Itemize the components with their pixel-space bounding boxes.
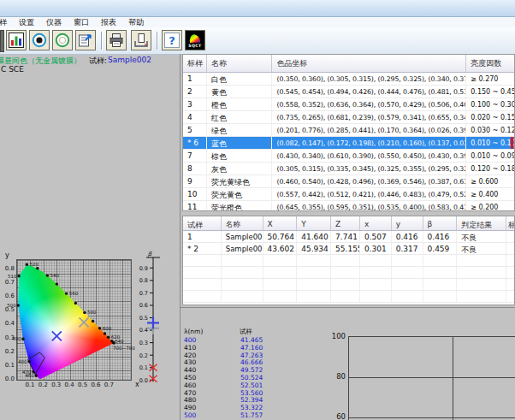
menu-item-5[interactable]: 帮助	[122, 17, 150, 28]
column-header[interactable]: 标	[506, 216, 514, 230]
standards-row[interactable]: 2黄色(0.545, 0.454), (0.494, 0.426), (0.44…	[183, 86, 514, 98]
cell-id: 9	[183, 175, 207, 187]
bar-chart-button[interactable]	[6, 30, 27, 50]
cell-empty	[392, 291, 423, 302]
cell-empty	[360, 255, 392, 266]
cell-X: 50.764	[263, 231, 298, 242]
spectral-row[interactable]: 40041.465	[184, 337, 295, 345]
help-button[interactable]: ?	[162, 30, 182, 50]
column-header[interactable]: 试样	[183, 216, 222, 230]
print-button[interactable]	[106, 30, 127, 50]
gridline-80	[349, 377, 515, 378]
column-header[interactable]: 判定结果	[457, 216, 506, 230]
cell-coords: (0.350, 0.360), (0.305, 0.315), (0.295, …	[272, 73, 466, 85]
standards-row[interactable]: 9荧光黄绿色(0.460, 0.540), (0.428, 0.496), (0…	[183, 175, 514, 188]
spectral-row[interactable]: 43046.666	[184, 359, 295, 367]
chromaticity-diagram: 4604704804905005105205405605806006206407…	[16, 259, 132, 381]
chromaticity-overlay: 4604704804905005105205405605806006206407…	[17, 260, 131, 380]
cell-factor: 0.100 ~ 0.300	[466, 98, 514, 110]
cell-factor: 0.150 ~ 0.450	[466, 86, 514, 98]
cell-empty	[183, 267, 222, 278]
column-header[interactable]: Z	[331, 216, 360, 230]
menu-item-3[interactable]: 窗口	[68, 17, 95, 28]
standards-row[interactable]: 11荧光橙色(0.645, 0.355), (0.595, 0.351), (0…	[183, 201, 514, 211]
menu-item-0[interactable]: 样	[0, 17, 13, 28]
spectral-row[interactable]: 50051.757	[184, 412, 295, 420]
sample-row[interactable]: 1Sample00150.76441.6407.7410.5070.4160.4…	[183, 231, 514, 243]
horizontal-splitter[interactable]	[181, 307, 515, 308]
calibration-button[interactable]	[52, 30, 73, 50]
report-export-button[interactable]	[75, 30, 96, 50]
standards-row[interactable]: 10荧光黄色(0.557, 0.442), (0.512, 0.421), (0…	[183, 188, 514, 201]
cell-empty	[331, 279, 360, 290]
cell-empty	[457, 291, 506, 302]
column-header[interactable]: X	[263, 216, 298, 230]
spectral-row[interactable]: 42047.263	[184, 352, 295, 360]
cell-empty	[457, 279, 506, 290]
column-header[interactable]: 名称	[222, 216, 263, 230]
menu-item-1[interactable]: 设置	[13, 17, 40, 28]
cell-empty	[222, 267, 263, 278]
cell-y: 0.317	[392, 243, 423, 254]
column-header[interactable]: 亮度因数	[466, 55, 514, 72]
column-header[interactable]: x	[360, 216, 392, 230]
menu-item-4[interactable]: 报表	[95, 17, 122, 28]
help-icon: ?	[163, 32, 181, 49]
toolbar-partial-icon	[0, 30, 4, 52]
cell-name: 红色	[207, 111, 273, 123]
spectral-row[interactable]: 45050.524	[184, 375, 295, 382]
sqct-button[interactable]: SQCT	[185, 30, 205, 50]
cell-factor: 0.020 ~ 0.150	[466, 111, 514, 123]
standards-row[interactable]: 4红色(0.735, 0.265), (0.681, 0.239), (0.57…	[183, 111, 514, 124]
cell-empty	[423, 279, 458, 290]
cell-empty	[506, 267, 514, 278]
spectral-row[interactable]: 41047.160	[184, 345, 295, 352]
column-header[interactable]: 标样	[183, 55, 207, 72]
spectral-row[interactable]: 48052.394	[184, 397, 295, 405]
current-sample-name[interactable]: Sample002	[108, 56, 151, 64]
beta-tick: 0.5	[139, 315, 148, 322]
spectral-row[interactable]: 47053.560	[184, 390, 295, 398]
standards-table: 标样名称色品坐标亮度因数 1白色(0.350, 0.360), (0.305, …	[182, 54, 515, 211]
cell-empty	[183, 279, 222, 290]
spectral-chart	[348, 336, 515, 420]
menu-item-2[interactable]: 仪器	[40, 17, 68, 28]
cell-id: 5	[183, 124, 207, 136]
column-header[interactable]: y	[392, 216, 423, 230]
spectral-row[interactable]: 46052.501	[184, 382, 295, 390]
spectral-row[interactable]: 44049.572	[184, 367, 295, 375]
column-header[interactable]: β	[423, 216, 458, 230]
spectral-table-header: λ(nm)试样	[184, 328, 295, 337]
standards-row[interactable]: * 6蓝色(0.082, 0.147), (0.172, 0.198), (0.…	[183, 137, 514, 150]
standards-row[interactable]: 1白色(0.350, 0.360), (0.305, 0.315), (0.29…	[183, 73, 514, 86]
vertical-splitter[interactable]	[180, 54, 181, 420]
standards-row[interactable]: 7棕色(0.430, 0.340), (0.610, 0.390), (0.55…	[183, 150, 514, 163]
wavelength-label: 470	[22, 370, 32, 375]
standards-row[interactable]: 8灰色(0.305, 0.315), (0.335, 0.345), (0.32…	[183, 163, 514, 175]
cell-name: 荧光黄绿色	[207, 175, 273, 187]
cell-name: 灰色	[207, 163, 273, 175]
title-bar[interactable]	[0, 0, 515, 17]
print-output-button[interactable]	[131, 30, 151, 50]
cell-id: 1	[183, 73, 207, 85]
wavelength-label: 480	[18, 359, 27, 364]
column-header[interactable]: Y	[297, 216, 331, 230]
cell-coords: (0.558, 0.352), (0.636, 0.364), (0.570, …	[272, 98, 466, 110]
cell-factor: 0.010 ~ 0.100	[466, 137, 514, 149]
cell-factor: ≥ 0.200	[466, 201, 514, 211]
cell-factor: ≥ 0.400	[466, 188, 514, 200]
cell-empty	[392, 255, 423, 266]
sample-row[interactable]: * 2Sample00243.60245.93455.1550.3010.317…	[183, 243, 514, 255]
column-header[interactable]: 色品坐标	[272, 55, 466, 72]
cell-result: 不良	[457, 231, 506, 242]
gridline-vertical	[453, 337, 453, 420]
x-tick: 0.1	[25, 382, 34, 388]
standards-row[interactable]: 3橙色(0.558, 0.352), (0.636, 0.364), (0.57…	[183, 98, 514, 111]
beta-sample-marker	[147, 316, 159, 328]
standards-row[interactable]: 5绿色(0.201, 0.776), (0.285, 0.441), (0.17…	[183, 124, 514, 137]
column-header[interactable]: 名称	[207, 55, 273, 72]
spectral-row[interactable]: 49053.322	[184, 405, 295, 412]
measure-button[interactable]	[29, 30, 50, 50]
cell-empty	[457, 255, 506, 266]
cell-id: * 2	[183, 243, 222, 254]
